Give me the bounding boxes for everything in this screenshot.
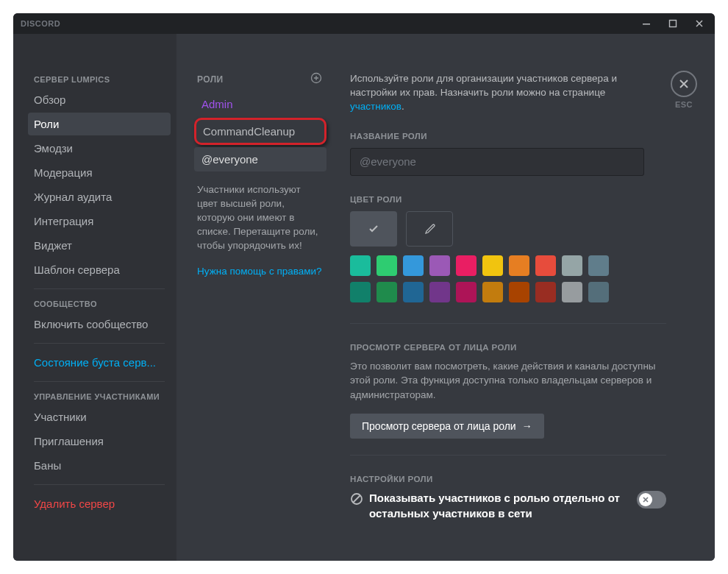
preview-desc: Это позволит вам посмотреть, какие дейст…: [350, 359, 666, 403]
app-window: DISCORD СЕРВЕР LUMPICS Обзор Роли Эмодзи…: [13, 13, 715, 561]
color-swatch[interactable]: [562, 255, 582, 276]
sidebar-item-invites[interactable]: Приглашения: [28, 430, 171, 453]
color-swatch[interactable]: [377, 282, 397, 302]
color-swatch[interactable]: [588, 282, 609, 302]
add-role-button[interactable]: [310, 72, 322, 86]
close-window-button[interactable]: [690, 16, 709, 31]
sidebar-item-widget[interactable]: Виджет: [28, 234, 171, 257]
sidebar-header-community: СООБЩЕСТВО: [28, 297, 171, 313]
color-swatch[interactable]: [482, 282, 503, 302]
svg-rect-1: [670, 21, 677, 27]
color-swatch[interactable]: [509, 255, 529, 276]
sidebar-item-enable-community[interactable]: Включить сообщество: [28, 313, 171, 336]
settings-sidebar[interactable]: СЕРВЕР LUMPICS Обзор Роли Эмодзи Модерац…: [13, 34, 176, 561]
color-swatch[interactable]: [588, 255, 609, 276]
highlight-annotation: CommandCleanup: [194, 118, 326, 145]
window-controls: [637, 16, 709, 31]
maximize-button[interactable]: [663, 16, 682, 31]
role-item-everyone[interactable]: @everyone: [194, 147, 326, 171]
color-swatch[interactable]: [482, 255, 503, 276]
role-item-commandcleanup[interactable]: CommandCleanup: [203, 124, 318, 139]
sidebar-item-template[interactable]: Шаблон сервера: [28, 258, 171, 281]
toggle-display-separately[interactable]: [637, 491, 666, 509]
content-area: СЕРВЕР LUMPICS Обзор Роли Эмодзи Модерац…: [13, 34, 715, 561]
roles-hint: Участники используют цвет высшей роли, к…: [194, 173, 326, 255]
close-settings-button[interactable]: [671, 71, 697, 97]
divider: [34, 343, 165, 344]
color-swatch[interactable]: [403, 255, 424, 276]
divider: [34, 381, 165, 382]
role-name-input[interactable]: [350, 148, 644, 176]
preview-button-label: Просмотр сервера от лица роли: [362, 420, 516, 432]
color-swatch[interactable]: [456, 282, 477, 302]
color-swatch[interactable]: [377, 255, 397, 276]
minimize-button[interactable]: [637, 16, 656, 31]
sidebar-item-boost-status[interactable]: Состояние буста серв...: [28, 351, 171, 374]
color-swatch[interactable]: [535, 282, 556, 302]
color-swatch[interactable]: [429, 255, 450, 276]
sidebar-item-moderation[interactable]: Модерация: [28, 161, 171, 184]
label-role-color: ЦВЕТ РОЛИ: [350, 195, 697, 204]
color-row: [350, 211, 697, 247]
close-esc: ESC: [671, 71, 697, 109]
sidebar-item-audit-log[interactable]: Журнал аудита: [28, 185, 171, 208]
color-swatch[interactable]: [350, 255, 371, 276]
arrow-right-icon: →: [522, 420, 532, 432]
color-swatch[interactable]: [535, 255, 556, 276]
toggle-row-display-separately: Показывать участников с ролью отдельно о…: [350, 491, 666, 521]
sidebar-item-bans[interactable]: Баны: [28, 454, 171, 477]
role-item-admin[interactable]: Admin: [194, 92, 326, 116]
roles-header-label: РОЛИ: [197, 74, 224, 85]
sidebar-item-emoji[interactable]: Эмодзи: [28, 137, 171, 160]
intro-text-part: Используйте роли для организации участни…: [350, 73, 617, 98]
label-settings: НАСТРОЙКИ РОЛИ: [350, 475, 666, 483]
roles-help-link[interactable]: Нужна помощь с правами?: [194, 255, 326, 280]
divider: [34, 288, 165, 289]
sidebar-item-overview[interactable]: Обзор: [28, 88, 171, 111]
app-name: DISCORD: [21, 19, 60, 28]
label-role-name: НАЗВАНИЕ РОЛИ: [350, 132, 697, 141]
intro-text-part: .: [402, 101, 404, 112]
toggle-left: Показывать участников с ролью отдельно о…: [350, 491, 627, 521]
deny-icon: [350, 492, 363, 509]
title-bar: DISCORD: [13, 13, 715, 34]
color-swatch[interactable]: [350, 282, 371, 302]
section-settings: НАСТРОЙКИ РОЛИ Показывать участников с р…: [350, 455, 666, 521]
roles-header: РОЛИ: [194, 72, 326, 92]
settings-main: РОЛИ Admin CommandCleanup @everyone Учас…: [176, 34, 715, 561]
label-preview: ПРОСМОТР СЕРВЕРА ОТ ЛИЦА РОЛИ: [350, 343, 666, 352]
color-swatch[interactable]: [509, 282, 529, 302]
divider: [34, 484, 165, 485]
color-swatch[interactable]: [429, 282, 450, 302]
sidebar-header-server: СЕРВЕР LUMPICS: [28, 72, 171, 88]
roles-column: РОЛИ Admin CommandCleanup @everyone Учас…: [176, 34, 332, 561]
color-swatch[interactable]: [456, 255, 477, 276]
preview-role-button[interactable]: Просмотр сервера от лица роли →: [350, 414, 544, 439]
swatch-grid: [350, 255, 697, 302]
color-custom-picker[interactable]: [406, 211, 453, 247]
members-link[interactable]: участников: [350, 101, 402, 112]
role-detail[interactable]: Используйте роли для организации участни…: [332, 34, 715, 561]
close-label: ESC: [671, 100, 697, 109]
sidebar-item-roles[interactable]: Роли: [28, 113, 171, 135]
color-swatch[interactable]: [403, 282, 424, 302]
sidebar-item-delete-server[interactable]: Удалить сервер: [28, 492, 171, 515]
sidebar-header-members: УПРАВЛЕНИЕ УЧАСТНИКАМИ: [28, 389, 171, 405]
color-swatch[interactable]: [562, 282, 582, 302]
section-preview: ПРОСМОТР СЕРВЕРА ОТ ЛИЦА РОЛИ Это позвол…: [350, 323, 666, 439]
toggle-title: Показывать участников с ролью отдельно о…: [369, 491, 627, 521]
intro-text: Используйте роли для организации участни…: [350, 72, 644, 114]
color-default-swatch[interactable]: [350, 211, 397, 247]
sidebar-item-integrations[interactable]: Интеграция: [28, 210, 171, 233]
sidebar-item-members[interactable]: Участники: [28, 405, 171, 428]
svg-rect-0: [643, 24, 650, 25]
toggle-knob: [639, 493, 652, 506]
